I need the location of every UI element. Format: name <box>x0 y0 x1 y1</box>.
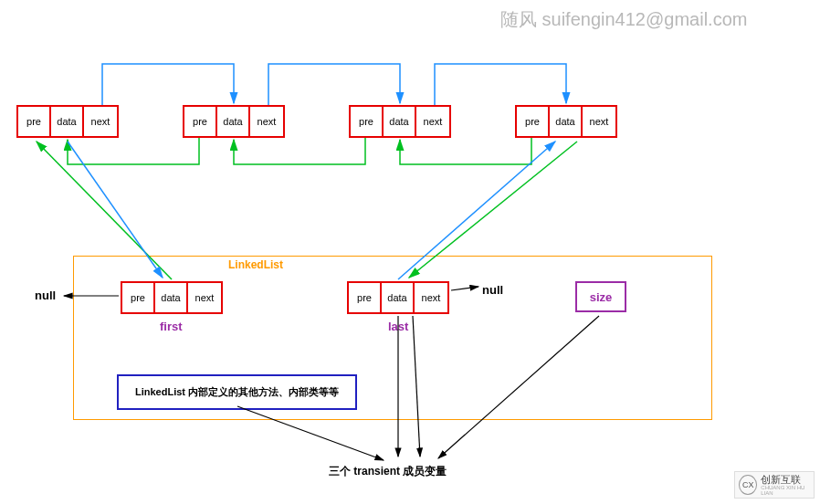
logo-brand: 创新互联 <box>761 475 814 485</box>
diagram-arrows <box>0 0 820 504</box>
cell-next: next <box>415 283 447 312</box>
size-box: size <box>575 281 626 312</box>
cell-next: next <box>416 107 449 136</box>
cell-pre: pre <box>351 107 384 136</box>
chain-node-1: pre data next <box>16 105 119 138</box>
cell-data: data <box>550 107 583 136</box>
cell-pre: pre <box>184 107 217 136</box>
bottom-caption: 三个 transient 成员变量 <box>329 464 447 479</box>
first-node: pre data next <box>121 281 223 314</box>
watermark-text: 随风 suifengin412@gmail.com <box>500 7 747 32</box>
cell-pre: pre <box>18 107 51 136</box>
cell-next: next <box>84 107 117 136</box>
cell-pre: pre <box>122 283 155 312</box>
cell-pre: pre <box>517 107 550 136</box>
chain-node-3: pre data next <box>349 105 451 138</box>
cell-next: next <box>250 107 283 136</box>
brand-logo: CX 创新互联 CHUANG XIN HU LIAN <box>734 471 815 499</box>
null-left: null <box>35 289 56 302</box>
cell-data: data <box>155 283 188 312</box>
logo-mark: CX <box>739 475 757 495</box>
last-label: last <box>388 320 408 333</box>
cell-data: data <box>51 107 84 136</box>
methods-box: LinkedList 内部定义的其他方法、内部类等等 <box>117 374 357 410</box>
null-right: null <box>482 283 503 297</box>
cell-pre: pre <box>349 283 382 312</box>
cell-data: data <box>382 283 415 312</box>
last-node: pre data next <box>347 281 449 314</box>
cell-next: next <box>188 283 221 312</box>
logo-sub: CHUANG XIN HU LIAN <box>761 485 814 496</box>
cell-data: data <box>384 107 416 136</box>
cell-next: next <box>583 107 615 136</box>
chain-node-2: pre data next <box>183 105 285 138</box>
cell-data: data <box>217 107 250 136</box>
first-label: first <box>160 320 183 333</box>
linkedlist-label: LinkedList <box>228 258 283 271</box>
chain-node-4: pre data next <box>515 105 617 138</box>
